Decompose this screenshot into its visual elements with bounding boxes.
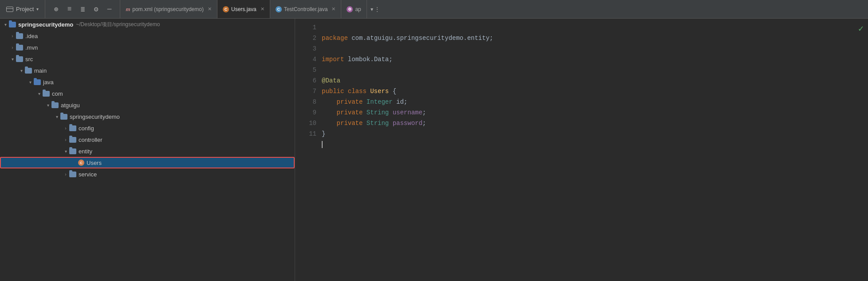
tree-item-main[interactable]: ▾ main — [0, 65, 295, 76]
collapse-icon[interactable]: ≡ — [63, 3, 75, 16]
tabs-bar: m pom.xml (springsecuritydemo) ✕ C Users… — [120, 0, 868, 18]
expand-icon[interactable]: ≣ — [76, 3, 89, 16]
java-class-icon-users: C — [223, 6, 229, 12]
tree-item-users[interactable]: C Users — [0, 157, 295, 168]
springsecuritydemo-arrow: ▾ — [53, 114, 60, 119]
com-folder-icon — [43, 91, 50, 97]
controller-label: controller — [79, 137, 102, 143]
java-folder-icon — [34, 79, 41, 85]
line-10: } — [322, 130, 325, 137]
mvn-folder-icon — [16, 45, 23, 51]
line-9: private String password; — [322, 120, 426, 127]
line-7: private Integer id; — [322, 98, 407, 105]
tree-item-entity[interactable]: ▾ entity — [0, 145, 295, 157]
entity-arrow: ▾ — [62, 149, 69, 154]
tree-item-springsecuritydemo[interactable]: ▾ springsecuritydemo — [0, 111, 295, 122]
project-dropdown-arrow[interactable]: ▾ — [36, 7, 39, 12]
tree-item-config[interactable]: › config — [0, 122, 295, 134]
tabs-more-arrow: ▾ — [371, 6, 373, 12]
line-1: package com.atguigu.springsecuritydemo.e… — [322, 35, 493, 42]
root-label: springsecuritydemo — [18, 21, 73, 28]
line-11 — [322, 141, 323, 148]
users-class-icon: C — [78, 160, 84, 166]
src-arrow: ▾ — [9, 57, 16, 62]
tab-testcontroller-close[interactable]: ✕ — [331, 6, 335, 12]
tree-item-atguigu[interactable]: ▾ atguigu — [0, 99, 295, 111]
idea-arrow: › — [9, 34, 16, 39]
com-arrow: ▾ — [36, 91, 43, 96]
line-3: import lombok.Data; — [322, 56, 393, 63]
root-arrow: ▾ — [2, 22, 9, 27]
users-label: Users — [87, 160, 102, 166]
controller-arrow: › — [62, 137, 69, 142]
tab-users[interactable]: C Users.java ✕ — [217, 0, 270, 18]
config-arrow: › — [62, 126, 69, 131]
tab-users-close[interactable]: ✕ — [260, 6, 264, 12]
idea-folder-icon — [16, 33, 23, 39]
mvn-label: .mvn — [25, 44, 38, 51]
src-folder-icon — [16, 56, 23, 62]
project-panel-title[interactable]: Project ▾ — [0, 0, 45, 18]
config-label: config — [79, 125, 94, 132]
tree-item-idea[interactable]: › .idea — [0, 30, 295, 42]
service-arrow: › — [62, 172, 69, 177]
main-arrow: ▾ — [18, 68, 25, 73]
java-class-icon-ap: ⚙ — [347, 6, 353, 12]
entity-folder-icon — [69, 148, 76, 154]
config-folder-icon — [69, 125, 76, 131]
springsecuritydemo-folder-icon — [60, 114, 67, 120]
project-label: Project — [16, 6, 34, 12]
main-folder-icon — [25, 68, 32, 74]
line-5: @Data — [322, 77, 340, 84]
settings-icon[interactable]: ⚙ — [90, 3, 102, 16]
tree-item-controller[interactable]: › controller — [0, 134, 295, 145]
tab-ap-label: ap — [355, 6, 361, 12]
add-file-icon[interactable]: ⊕ — [50, 3, 62, 16]
atguigu-folder-icon — [51, 102, 59, 108]
tab-pom-close[interactable]: ✕ — [208, 6, 212, 12]
com-label: com — [52, 90, 63, 97]
tab-testcontroller-label: TestController.java — [284, 6, 328, 12]
code-editor[interactable]: 1 2 3 4 5 6 7 8 9 10 11 package com.atgu… — [295, 19, 868, 281]
tree-root[interactable]: ▾ springsecuritydemo ~/Desktop/项目/spring… — [0, 19, 295, 30]
src-label: src — [25, 56, 33, 62]
java-label: java — [43, 79, 54, 86]
toolbar-icons: ⊕ ≡ ≣ ⚙ — — [45, 0, 120, 18]
root-path: ~/Desktop/项目/springsecuritydemo — [76, 21, 160, 28]
line-numbers: 1 2 3 4 5 6 7 8 9 10 11 — [295, 19, 322, 281]
minimize-icon[interactable]: — — [103, 3, 115, 16]
code-content: 1 2 3 4 5 6 7 8 9 10 11 package com.atgu… — [295, 19, 868, 281]
atguigu-label: atguigu — [61, 102, 80, 109]
tab-pom-label: pom.xml (springsecuritydemo) — [132, 6, 204, 12]
tabs-more-button[interactable]: ▾ ⋮ — [367, 6, 383, 12]
tabs-more-icon: ⋮ — [375, 6, 380, 12]
maven-icon: m — [126, 7, 130, 12]
tree-item-java[interactable]: ▾ java — [0, 76, 295, 88]
tab-users-label: Users.java — [231, 6, 256, 12]
java-class-icon-testcontroller: C — [276, 6, 282, 12]
line-6: public class Users { — [322, 88, 396, 95]
tree-item-service[interactable]: › service — [0, 168, 295, 180]
tree-item-mvn[interactable]: › .mvn — [0, 42, 295, 53]
tab-pom[interactable]: m pom.xml (springsecuritydemo) ✕ — [120, 0, 217, 18]
line-8: private String username; — [322, 109, 426, 116]
entity-label: entity — [79, 148, 92, 155]
main-label: main — [34, 67, 47, 74]
controller-folder-icon — [69, 137, 76, 143]
tab-ap[interactable]: ⚙ ap — [341, 0, 367, 18]
atguigu-arrow: ▾ — [44, 103, 51, 108]
tree-item-com[interactable]: ▾ com — [0, 88, 295, 99]
mvn-arrow: › — [9, 45, 16, 50]
java-arrow: ▾ — [27, 80, 34, 85]
checkmark-icon: ✓ — [858, 23, 864, 34]
tab-testcontroller[interactable]: C TestController.java ✕ — [270, 0, 342, 18]
main-layout: ▾ springsecuritydemo ~/Desktop/项目/spring… — [0, 19, 868, 281]
top-bar: Project ▾ ⊕ ≡ ≣ ⚙ — m pom.xml (springsec… — [0, 0, 868, 19]
idea-label: .idea — [25, 33, 38, 39]
root-folder-icon — [9, 22, 16, 27]
tree-item-src[interactable]: ▾ src — [0, 53, 295, 65]
springsecuritydemo-label: springsecuritydemo — [70, 113, 120, 120]
code-lines: package com.atguigu.springsecuritydemo.e… — [322, 19, 868, 281]
service-folder-icon — [69, 172, 76, 177]
project-sidebar[interactable]: ▾ springsecuritydemo ~/Desktop/项目/spring… — [0, 19, 295, 281]
